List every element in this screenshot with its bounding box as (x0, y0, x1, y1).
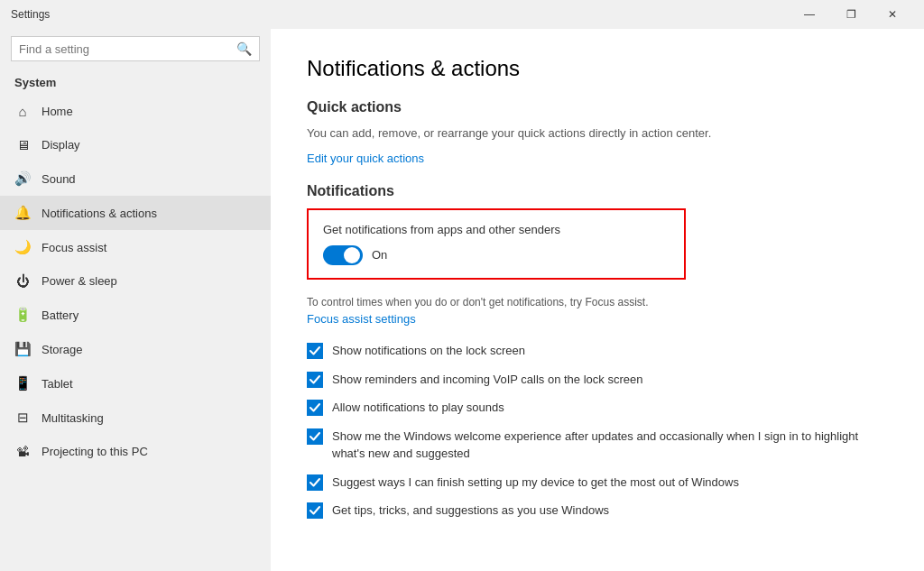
sidebar-item-power[interactable]: ⏻ Power & sleep (0, 264, 271, 298)
checkbox-icon-4 (307, 474, 323, 491)
sidebar-item-label: Display (42, 138, 80, 152)
search-input[interactable] (19, 42, 231, 56)
sidebar: 🔍 System ⌂ Home 🖥 Display 🔊 Sound 🔔 Noti… (0, 29, 271, 571)
focus-note: To control times when you do or don't ge… (307, 294, 888, 339)
sidebar-item-display[interactable]: 🖥 Display (0, 128, 271, 161)
sidebar-item-sound[interactable]: 🔊 Sound (0, 161, 271, 196)
minimize-button[interactable]: — (789, 0, 830, 29)
sidebar-item-label: Battery (42, 309, 79, 322)
notification-toggle-box: Get notifications from apps and other se… (307, 208, 686, 280)
sidebar-item-storage[interactable]: 💾 Storage (0, 332, 271, 366)
checkbox-row[interactable]: Show reminders and incoming VoIP calls o… (307, 371, 888, 389)
sidebar-item-label: Storage (42, 343, 83, 356)
sidebar-item-label: Multitasking (42, 411, 104, 425)
sound-icon: 🔊 (14, 170, 31, 187)
sidebar-item-label: Projecting to this PC (42, 445, 148, 458)
checkbox-icon-3 (307, 428, 323, 445)
checkbox-row[interactable]: Get tips, tricks, and suggestions as you… (307, 502, 888, 520)
quick-actions-title: Quick actions (307, 99, 888, 115)
notification-box-text: Get notifications from apps and other se… (323, 223, 670, 236)
checkbox-row[interactable]: Suggest ways I can finish setting up my … (307, 474, 888, 492)
quick-actions-desc: You can add, remove, or rearrange your q… (307, 124, 888, 143)
battery-icon: 🔋 (14, 307, 31, 323)
search-box[interactable]: 🔍 (11, 36, 260, 61)
checkbox-label-4: Suggest ways I can finish setting up my … (332, 474, 739, 492)
settings-title: Settings (11, 8, 50, 21)
sidebar-item-label: Home (42, 105, 73, 118)
maximize-button[interactable]: ❐ (830, 0, 872, 29)
checkbox-label-0: Show notifications on the lock screen (332, 342, 525, 360)
projecting-icon: 📽 (14, 444, 31, 459)
power-icon: ⏻ (14, 273, 31, 289)
checkbox-label-2: Allow notifications to play sounds (332, 399, 504, 417)
title-bar-controls: — ❐ ✕ (789, 0, 913, 29)
toggle-row: On (323, 245, 670, 265)
system-section-title: System (0, 69, 271, 95)
checkbox-label-3: Show me the Windows welcome experience a… (332, 428, 888, 463)
home-icon: ⌂ (14, 104, 31, 119)
title-bar-left: Settings (11, 8, 50, 21)
sidebar-item-label: Tablet (42, 377, 73, 391)
close-button[interactable]: ✕ (872, 0, 913, 29)
focus-note-text: To control times when you do or don't ge… (307, 296, 648, 309)
storage-icon: 💾 (14, 341, 31, 357)
checkbox-row[interactable]: Show notifications on the lock screen (307, 342, 888, 360)
checkbox-icon-1 (307, 372, 323, 388)
checkbox-label-1: Show reminders and incoming VoIP calls o… (332, 371, 642, 389)
content-area: Notifications & actions Quick actions Yo… (271, 29, 924, 571)
checkbox-icon-0 (307, 343, 323, 359)
checkbox-row[interactable]: Allow notifications to play sounds (307, 399, 888, 417)
page-title: Notifications & actions (307, 56, 888, 81)
focus-icon: 🌙 (14, 239, 31, 255)
tablet-icon: 📱 (14, 375, 31, 391)
sidebar-item-battery[interactable]: 🔋 Battery (0, 298, 271, 332)
display-icon: 🖥 (14, 137, 31, 152)
sidebar-item-multitasking[interactable]: ⊟ Multitasking (0, 401, 271, 435)
main-layout: 🔍 System ⌂ Home 🖥 Display 🔊 Sound 🔔 Noti… (0, 29, 924, 571)
toggle-thumb (344, 247, 360, 263)
sidebar-item-label: Sound (42, 172, 76, 186)
notifications-toggle[interactable] (323, 245, 363, 265)
sidebar-item-tablet[interactable]: 📱 Tablet (0, 366, 271, 401)
sidebar-item-home[interactable]: ⌂ Home (0, 95, 271, 128)
sidebar-item-projecting[interactable]: 📽 Projecting to this PC (0, 435, 271, 468)
title-bar: Settings — ❐ ✕ (0, 0, 924, 29)
search-icon: 🔍 (236, 41, 252, 56)
notifications-title: Notifications (307, 183, 888, 199)
sidebar-item-label: Power & sleep (42, 274, 117, 288)
focus-assist-link[interactable]: Focus assist settings (307, 310, 416, 328)
multitasking-icon: ⊟ (14, 410, 31, 426)
sidebar-item-label: Notifications & actions (42, 207, 157, 220)
checkbox-icon-5 (307, 502, 323, 519)
toggle-label: On (372, 248, 387, 262)
sidebar-item-notifications[interactable]: 🔔 Notifications & actions (0, 196, 271, 230)
checkbox-label-5: Get tips, tricks, and suggestions as you… (332, 502, 609, 520)
notifications-icon: 🔔 (14, 205, 31, 221)
checkbox-list: Show notifications on the lock screen Sh… (307, 342, 888, 520)
edit-quick-actions-link[interactable]: Edit your quick actions (307, 152, 424, 165)
checkbox-icon-2 (307, 400, 323, 416)
sidebar-item-label: Focus assist (42, 241, 106, 254)
sidebar-item-focus[interactable]: 🌙 Focus assist (0, 230, 271, 264)
checkbox-row[interactable]: Show me the Windows welcome experience a… (307, 428, 888, 463)
